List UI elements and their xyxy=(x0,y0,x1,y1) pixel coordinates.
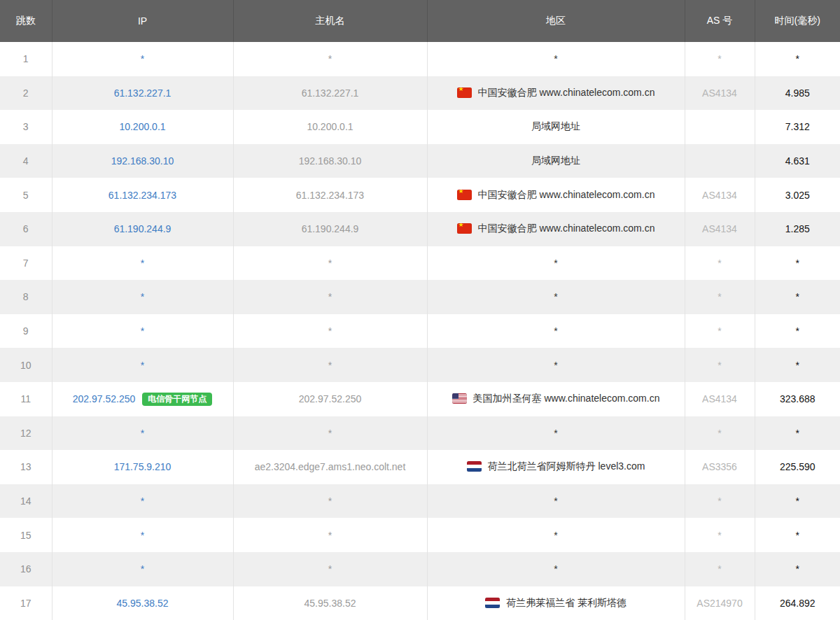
table-row: 3 10.200.0.1 10.200.0.1 局域网地址 7.312 xyxy=(0,110,840,144)
region-cell: 美国加州圣何塞 www.chinatelecom.com.cn xyxy=(427,382,685,416)
table-row: 13 171.75.9.210 ae2.3204.edge7.ams1.neo.… xyxy=(0,450,840,484)
region-cell: 局域网地址 xyxy=(427,110,685,144)
column-header-host: 主机名 xyxy=(233,0,427,42)
ip-cell: 61.132.234.173 xyxy=(52,178,233,212)
hop-cell: 12 xyxy=(0,416,52,451)
table-row: 5 61.132.234.173 61.132.234.173 中国安徽合肥 w… xyxy=(0,178,840,212)
ip-link[interactable]: 45.95.38.52 xyxy=(117,598,169,609)
region-cell: 中国安徽合肥 www.chinatelecom.com.cn xyxy=(427,178,685,212)
ip-link[interactable]: 61.132.227.1 xyxy=(114,87,172,99)
ip-link[interactable]: 61.132.234.173 xyxy=(108,190,176,201)
asn-cell: AS4134 xyxy=(685,76,755,111)
table-row: 17 45.95.38.52 45.95.38.52 荷兰弗莱福兰省 莱利斯塔德… xyxy=(0,586,840,620)
hop-cell: 16 xyxy=(0,552,52,586)
china-flag-icon xyxy=(457,190,472,200)
time-cell: 225.590 xyxy=(755,450,840,484)
hostname-cell: 10.200.0.1 xyxy=(233,110,427,144)
ip-cell: * xyxy=(52,348,233,382)
hostname-cell: 45.95.38.52 xyxy=(233,586,427,620)
region-label: * xyxy=(554,258,557,269)
hostname-cell: * xyxy=(233,348,427,382)
hop-cell: 1 xyxy=(0,42,52,76)
time-cell: * xyxy=(755,246,840,281)
ip-link: * xyxy=(141,428,144,439)
ip-cell: 171.75.9.210 xyxy=(52,450,233,484)
table-row: 4 192.168.30.10 192.168.30.10 局域网地址 4.63… xyxy=(0,144,840,178)
asn-cell: AS3356 xyxy=(685,450,755,484)
region-label: * xyxy=(554,291,557,302)
region-cell: * xyxy=(427,518,685,552)
asn-cell: * xyxy=(685,518,755,552)
ip-link: * xyxy=(141,360,144,371)
ip-link[interactable]: 61.190.244.9 xyxy=(114,223,172,234)
region-label: * xyxy=(554,360,557,371)
region-label: 中国安徽合肥 www.chinatelecom.com.cn xyxy=(478,87,655,98)
hostname-cell: * xyxy=(233,416,427,451)
table-row: 16 * * * * * xyxy=(0,552,840,586)
asn-cell: * xyxy=(685,348,755,382)
column-header-hop: 跳数 xyxy=(0,0,52,42)
time-cell: * xyxy=(755,348,840,382)
time-cell: 4.631 xyxy=(755,144,840,178)
time-cell: 3.025 xyxy=(755,178,840,212)
column-header-asn: AS 号 xyxy=(685,0,755,42)
time-cell: * xyxy=(755,518,840,552)
usa-flag-icon xyxy=(452,393,467,404)
table-row: 1 * * * * * xyxy=(0,42,840,76)
time-cell: * xyxy=(755,314,840,348)
time-cell: 4.985 xyxy=(755,76,840,111)
time-cell: * xyxy=(755,484,840,519)
ip-cell: * xyxy=(52,280,233,314)
hostname-cell: 192.168.30.10 xyxy=(233,144,427,178)
hostname-cell: 61.132.234.173 xyxy=(233,178,427,212)
hop-cell: 2 xyxy=(0,76,52,111)
table-row: 6 61.190.244.9 61.190.244.9 中国安徽合肥 www.c… xyxy=(0,212,840,246)
china-flag-icon xyxy=(457,223,472,234)
region-label: 局域网地址 xyxy=(531,120,580,132)
region-label: * xyxy=(554,530,557,541)
time-cell: * xyxy=(755,552,840,586)
hostname-cell: ae2.3204.edge7.ams1.neo.colt.net xyxy=(233,450,427,484)
hostname-cell: 202.97.52.250 xyxy=(233,382,427,416)
table-row: 7 * * * * * xyxy=(0,246,840,281)
ip-link[interactable]: 192.168.30.10 xyxy=(111,155,174,167)
netherlands-flag-icon xyxy=(485,598,500,608)
time-cell: * xyxy=(755,280,840,314)
column-header-region: 地区 xyxy=(427,0,685,42)
hostname-cell: * xyxy=(233,314,427,348)
region-label: 美国加州圣何塞 www.chinatelecom.com.cn xyxy=(473,393,660,404)
region-cell: * xyxy=(427,246,685,281)
ip-cell: 10.200.0.1 xyxy=(52,110,233,144)
region-label: * xyxy=(554,563,557,575)
ip-link[interactable]: 202.97.52.250 xyxy=(73,393,136,404)
ip-cell: 61.190.244.9 xyxy=(52,212,233,246)
region-cell: 荷兰北荷兰省阿姆斯特丹 level3.com xyxy=(427,450,685,484)
ip-link: * xyxy=(141,258,144,269)
region-label: 中国安徽合肥 www.chinatelecom.com.cn xyxy=(478,223,655,234)
region-cell: * xyxy=(427,484,685,519)
region-cell: * xyxy=(427,314,685,348)
asn-cell: * xyxy=(685,314,755,348)
hop-cell: 11 xyxy=(0,382,52,416)
region-label: 局域网地址 xyxy=(531,155,580,166)
region-cell: * xyxy=(427,552,685,586)
hop-cell: 7 xyxy=(0,246,52,281)
region-label: 荷兰弗莱福兰省 莱利斯塔德 xyxy=(506,597,626,608)
asn-cell: AS4134 xyxy=(685,382,755,416)
hostname-cell: * xyxy=(233,280,427,314)
table-body: 1 * * * * * 2 61.132.227.1 61.132.227.1 … xyxy=(0,42,840,620)
ip-cell: * xyxy=(52,518,233,552)
telecom-backbone-badge: 电信骨干网节点 xyxy=(142,393,212,406)
region-label: 中国安徽合肥 www.chinatelecom.com.cn xyxy=(478,189,655,200)
hostname-cell: 61.190.244.9 xyxy=(233,212,427,246)
table-row: 15 * * * * * xyxy=(0,518,840,552)
region-label: * xyxy=(554,325,557,337)
ip-cell: * xyxy=(52,416,233,451)
ip-cell: * xyxy=(52,552,233,586)
netherlands-flag-icon xyxy=(467,461,482,472)
asn-cell: AS4134 xyxy=(685,178,755,212)
asn-cell: * xyxy=(685,552,755,586)
ip-link[interactable]: 10.200.0.1 xyxy=(119,121,165,132)
ip-link[interactable]: 171.75.9.210 xyxy=(114,461,172,472)
ip-link: * xyxy=(141,495,144,507)
